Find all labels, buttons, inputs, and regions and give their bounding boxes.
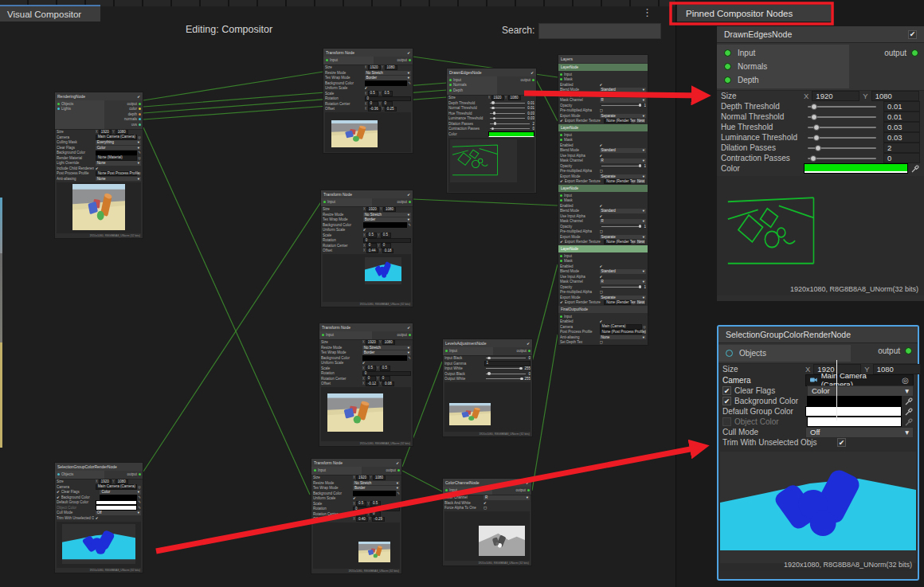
object-picker-icon[interactable]: ◎ [643,330,646,334]
row-layernode[interactable]: LayerNode [558,245,648,252]
input-port-depth[interactable]: Depth [717,73,849,87]
eyedropper-icon[interactable] [905,397,914,405]
new-button[interactable]: New [636,179,646,185]
tab-visual-compositor[interactable]: Visual Compositor [0,5,100,22]
port-output[interactable]: output [127,472,141,477]
slider-knob[interactable] [810,155,816,162]
search-input[interactable] [538,23,661,39]
row-finaloutputnode[interactable]: FinalOutputNode [558,306,648,313]
background-color-swatch[interactable] [807,396,902,406]
pinned-panel-header[interactable]: Pinned Compositor Nodes [677,5,831,22]
node-title-bar[interactable]: SelectionGroupColorRenderNode [55,463,143,471]
size-y-field[interactable]: 1080 [871,91,919,101]
object-picker-icon[interactable]: ◎ [632,240,635,244]
port-depth[interactable]: Depth [447,88,497,93]
slider-value-field[interactable]: 0.01 [883,101,920,112]
port-input[interactable]: Input [311,468,362,473]
node-title-bar[interactable]: LevelsAdjustmentNode✔ [443,339,532,347]
object-picker-icon[interactable]: ◎ [138,485,141,489]
slider-track[interactable] [808,137,876,139]
clear-flags-checkbox[interactable]: ✔ [722,386,731,395]
clear-flags-dropdown[interactable]: Color▾ [807,385,914,397]
kebab-menu-icon[interactable]: ⋮ [642,6,652,20]
port-lights[interactable]: Lights [55,107,104,112]
slider-value-field[interactable]: 0 [883,153,920,163]
row-layernode[interactable]: LayerNode [558,64,648,71]
node-enabled-checkbox[interactable]: ✔ [407,326,410,330]
graph-node-layers[interactable]: LayersLayerNodeInputMaskEnabled✔Blend Mo… [558,54,648,346]
object-picker-icon[interactable]: ◎ [138,156,141,160]
slider-value-field[interactable]: 0.01 [883,112,920,122]
slider-track[interactable] [808,106,876,108]
new-button[interactable]: New [636,119,646,124]
object-picker-icon[interactable]: ◎ [643,325,646,329]
node-enabled-checkbox[interactable]: ✔ [526,481,529,485]
node-title-bar[interactable]: Transform Node✔ [311,459,401,467]
slider-value-field[interactable]: 2 [883,143,920,153]
drawn-edges-enabled-checkbox[interactable]: ✔ [908,30,917,39]
default-group-color-swatch[interactable] [805,406,902,417]
input-port-normals[interactable]: Normals [717,60,849,73]
node-title-bar[interactable]: Transform Node✔ [319,323,413,331]
eyedropper-icon[interactable] [905,407,914,416]
node-enabled-checkbox[interactable]: ✔ [527,342,530,346]
node-enabled-checkbox[interactable]: ✔ [407,193,410,197]
port-objects[interactable]: Objects [55,472,104,477]
graph-node-sg[interactable]: SelectionGroupColorRenderNode Objectsout… [54,462,143,573]
background-color-checkbox[interactable]: ✔ [722,397,731,405]
object-picker-icon[interactable]: ◎ [632,300,635,304]
graph-node-t3[interactable]: Transform Node✔ InputoutputSizeX1920Y108… [319,323,413,447]
pinned-card-drawn-edges[interactable]: DrawnEdgesNode ✔ InputNormalsDepth outpu… [717,26,924,301]
slider-track[interactable] [808,147,876,149]
pinned-card-selection-group[interactable]: SelectionGroupColorRenderNode Objects ou… [717,325,919,581]
node-enabled-checkbox[interactable]: ✔ [531,71,534,75]
port-input[interactable]: Input [323,57,374,63]
edge-color-swatch[interactable] [804,163,908,174]
eyedropper-icon[interactable] [911,164,920,173]
node-title-bar[interactable]: Transform Node✔ [323,49,413,57]
port-output[interactable]: output [520,77,534,83]
port-uvs[interactable]: uvs [124,122,141,127]
row-checkbox[interactable]: ✔ [57,490,60,494]
node-title-bar[interactable]: Transform Node✔ [321,190,413,198]
object-picker-icon[interactable]: ◎ [632,119,635,123]
slider-track[interactable] [808,127,876,128]
row-layernode[interactable]: LayerNode [558,185,648,192]
node-title-bar[interactable]: ColorChannelNode✔ [443,479,531,487]
camera-object-field[interactable]: Main Camera (Camera) ◎ [805,374,914,386]
output-port[interactable]: output [878,346,912,355]
port-input[interactable]: Input [443,487,492,493]
object-picker-icon[interactable]: ◎ [902,376,909,385]
node-enabled-checkbox[interactable]: ✔ [407,51,410,55]
slider-knob[interactable] [811,114,817,120]
graph-node-rendering[interactable]: RenderingNode✔ ObjectsLightsoutputcolord… [54,92,143,239]
row-checkbox[interactable]: ✔ [57,495,60,499]
port-output[interactable]: output [397,332,411,338]
object-color-swatch[interactable] [807,417,902,427]
graph-node-cc[interactable]: ColorChannelNode✔ InputoutputColor Chann… [442,478,532,566]
node-title-bar[interactable]: Layers [558,55,648,63]
slider-knob[interactable] [815,145,821,151]
graph-node-de[interactable]: DrawnEdgesNode✔ InputNormalsDepthoutputS… [446,68,537,194]
objects-port[interactable]: Objects [718,346,851,360]
port-input[interactable]: Input [319,332,372,338]
slider-track[interactable] [808,158,876,159]
port-output[interactable]: output [515,487,530,493]
size-x-field[interactable]: 1920 [812,91,859,101]
graph-node-levels[interactable]: LevelsAdjustmentNode✔ InputoutputInput B… [442,339,533,437]
node-title-bar[interactable]: DrawnEdgesNode✔ [447,68,536,76]
node-title-bar[interactable]: RenderingNode✔ [55,92,143,100]
node-enabled-checkbox[interactable]: ✔ [396,461,399,465]
slider-knob[interactable] [811,104,817,110]
input-port-input[interactable]: Input [717,46,849,60]
object-picker-icon[interactable]: ◎ [138,171,141,175]
object-picker-icon[interactable]: ◎ [632,179,635,183]
port-output[interactable]: output [397,57,411,63]
slider-knob[interactable] [813,135,820,141]
new-button[interactable]: New [636,240,646,245]
slider-value-field[interactable]: 0.03 [883,132,920,143]
output-port[interactable]: output [884,49,918,57]
cull-mode-dropdown[interactable]: Off▾ [805,427,914,438]
graph-node-t1[interactable]: Transform Node✔ InputoutputSizeX1920Y108… [323,48,413,154]
object-picker-icon[interactable]: ◎ [138,135,141,139]
